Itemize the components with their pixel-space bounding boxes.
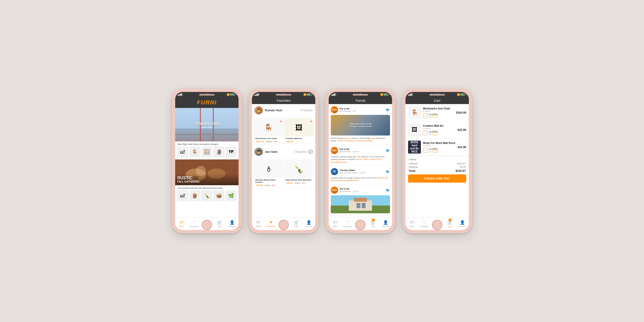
store-tab-label: Store (179, 225, 184, 227)
tweet-1-text: We're feeling #festive! Shop 10 new holi… (331, 137, 390, 142)
tab-cart[interactable]: 🛒 Cart (213, 217, 226, 230)
store-label-cart: Store (409, 225, 414, 227)
tweet-1-name: Dot & Bo (340, 107, 384, 110)
tab-store-trends[interactable]: 🏷 Store (329, 217, 341, 230)
thumb2-box[interactable]: 📦 (213, 190, 224, 201)
signal-indicator (178, 93, 183, 96)
tweet-2-name: Dot & Bo (340, 148, 384, 150)
fav-disc-decanter: -55% (301, 182, 306, 184)
favorites-scroll[interactable]: 👨 Romain Huet 2 Favorites 🪑 ♥ Montmartre… (252, 104, 315, 217)
phone-trends-inner: 9:41 AM 📶 Trends (329, 92, 392, 230)
home-button[interactable] (202, 220, 212, 230)
tab-store-cart[interactable]: 🏷 Store (405, 217, 418, 230)
qty-minus-wallpiece[interactable]: − (423, 148, 428, 152)
thumb2-bottle[interactable]: 🍾 (201, 190, 213, 201)
tab-account-trends[interactable]: 👤 Account (379, 217, 392, 230)
tab-store[interactable]: 🏷 Store (175, 217, 188, 230)
home-button-cart[interactable] (432, 220, 442, 230)
fav-icon-fav: ♥ (270, 220, 272, 225)
tweet-4: D&B Dot & Bo @DotandBo · Oct 05 🐦 (329, 184, 392, 216)
tab-favorites[interactable]: ♡ Favorites (188, 217, 200, 230)
rustic-line2: FALL GATHERING (177, 180, 236, 183)
store-section2-text: Your guests will love this fall farmhous… (175, 185, 239, 190)
fav-chat-icon: 💬 (308, 150, 313, 154)
store-label-fav: Store (256, 225, 261, 227)
tab-account-cart[interactable]: 👤 Account (456, 217, 469, 230)
thumb-vase[interactable]: 🗿 (213, 147, 224, 157)
house-bg (331, 195, 390, 213)
qty-plus-wallpiece[interactable]: + (433, 148, 437, 152)
cart-label-cart: Cart (448, 225, 452, 228)
fav-product-decanter-name: Oak-Corked Vino Decanter (284, 178, 313, 181)
qty-val-wallpiece: Quantity: 1 (429, 148, 432, 153)
speaker-fav (276, 94, 291, 96)
qty-minus-armchair[interactable]: − (423, 113, 428, 118)
thumb-panels[interactable]: 🪟 (201, 147, 213, 157)
fav-product-candle[interactable]: 🕯 ♡ Wooden Buoy Votive Candle... $29.99 … (254, 160, 283, 188)
tab-favorites-fav[interactable]: ♥ Favorites (265, 217, 277, 230)
total-label: Total: (409, 169, 416, 172)
qty-plus-armchair[interactable]: + (433, 113, 437, 118)
hashtag-festive: #festive (343, 137, 351, 139)
cart-name-wallart: Creative Wall Art (423, 124, 455, 127)
tweet-3-header: TB Thomas Baker @CoolPointLandng · Oct 0… (331, 168, 390, 175)
cart-img-wallpiece: WORKhardand BeNICE (408, 141, 421, 154)
cart-details-wallpiece: Motto For Work Wall Piece In Stock − Qua… (423, 142, 455, 153)
tab-cart-trends[interactable]: 🛒 3 Cart (367, 217, 379, 230)
hashtag-home: #Home (355, 158, 362, 160)
hashtag-design: #designinspiration (331, 161, 348, 163)
fav-product-decanter[interactable]: 🍾 ♡ Oak-Corked Vino Decanter $29.99 $67.… (284, 160, 313, 188)
trend-link-3[interactable]: dotanbo.com pinterest.com/pin/5465541047… (331, 177, 388, 182)
fav-icon-cart: ♡ (423, 220, 426, 225)
tab-favorites-trends[interactable]: ♡ Favorites (341, 217, 354, 230)
fav-price-decanter: $29.99 (285, 182, 294, 184)
phone-cart-inner: 9:41 AM 📶 Cart (405, 92, 469, 230)
tab-cart-cart[interactable]: 🛒 3 Cart (444, 217, 456, 230)
tab-account[interactable]: 👤 Account (226, 217, 239, 230)
wifi-icon-cart: 📶 (457, 93, 460, 96)
fav-product-armchair[interactable]: 🪑 ♥ Montmartre Arm Chair $164.99 $339.00… (254, 118, 283, 144)
fav-disc-armchair: -51% (273, 141, 277, 142)
fav-price-armchair: $164.99 (255, 140, 265, 143)
cart-stock-wallpiece: In Stock (423, 145, 455, 147)
tab-account-fav[interactable]: 👤 Account (303, 217, 315, 230)
trend-link-2[interactable]: dotbo.co/1hFYF4q (364, 158, 381, 160)
finish-pay-button[interactable]: FINISH AND PAY (408, 174, 466, 183)
cart-scroll[interactable]: 🪑 Montmartre Arm Chair In Stock − Quanti… (405, 104, 469, 217)
cart-badge-cart: 3 (448, 218, 452, 222)
trends-scroll[interactable]: D&B Dot & Bo @DotandBo · 12h 🐦 (329, 104, 392, 217)
fav-user2-right: 2 Favorites 💬 (294, 150, 313, 154)
qty-minus-wallart[interactable]: − (423, 131, 428, 135)
phone-trends-wrapper: 9:41 AM 📶 Trends (326, 89, 395, 233)
tab-store-fav[interactable]: 🏷 Store (252, 217, 265, 230)
phone-favorites: 9:41 AM 📶 Favorites (249, 89, 318, 233)
cart-label-fav: Cart (294, 225, 298, 228)
fav-product-candle-footer: $29.99 $37.00 -19% (254, 184, 283, 188)
cart-item-wallpiece: WORKhardand BeNICE Motto For Work Wall P… (405, 139, 469, 156)
fav-product-wallart-footer: $32.99 (284, 140, 313, 144)
home-button-trends[interactable] (355, 220, 366, 230)
fav-product-wallart[interactable]: 🖼 ♥ Creative Wall Art $32.99 (284, 118, 313, 144)
tab-favorites-cart[interactable]: ♡ Favorites (418, 217, 431, 230)
thumb2-board[interactable]: 🪵 (189, 190, 200, 201)
tweet-4-name: Dot & Bo (340, 188, 384, 190)
tab-cart-fav[interactable]: 🛒 Cart (290, 217, 303, 230)
cart-img-armchair: 🪑 (408, 106, 421, 119)
fav-username-javi: Javi Soto (265, 150, 277, 153)
subtotal-label: Subtotal: (409, 162, 418, 165)
thumb2-chair[interactable]: 🛋 (177, 190, 188, 201)
tweet-1-handle: @DotandBo · 12h (340, 110, 384, 112)
thumb2-plant[interactable]: 🌿 (225, 190, 236, 201)
thumb-chair[interactable]: 🛋 (177, 147, 188, 157)
battery-fill-cart (461, 94, 464, 95)
home-button-fav[interactable] (278, 220, 289, 230)
cart-name-armchair: Montmartre Arm Chair (423, 107, 454, 110)
qty-plus-wallart[interactable]: + (433, 131, 437, 135)
trend-link-1[interactable]: dotbo.co/1OQdqlH (338, 140, 355, 142)
fav-orig-decanter: $67.00 (294, 182, 301, 184)
store-scroll[interactable]: @twitterdev #twitterflight Take flight w… (175, 108, 239, 217)
thumb-desk[interactable]: 🪑 (189, 147, 200, 157)
tweet-4-house-image (331, 195, 390, 213)
store-section1-text: Take flight with these innovative design… (175, 141, 239, 147)
thumb-map[interactable]: 🗺 (225, 147, 236, 157)
